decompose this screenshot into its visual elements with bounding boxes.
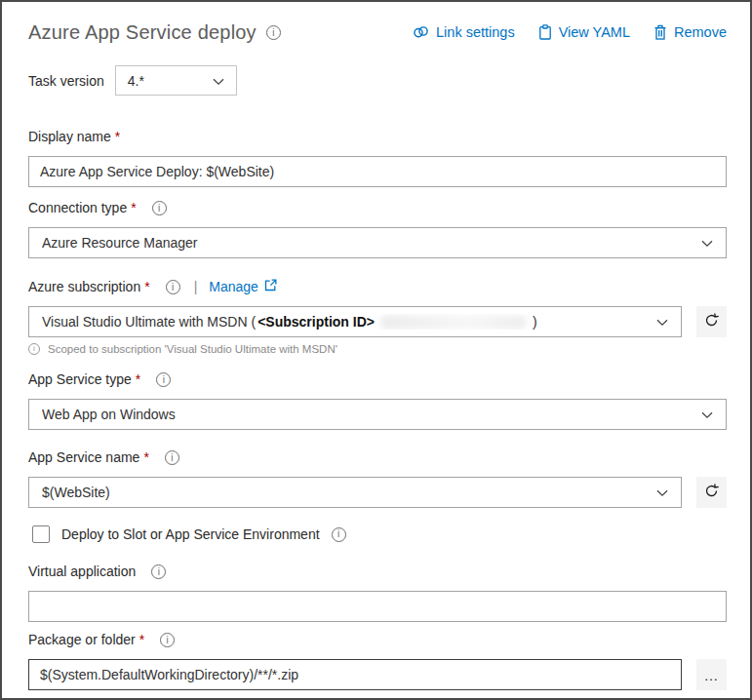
clipboard-icon bbox=[538, 24, 552, 40]
app-service-name-label-row: App Service name * bbox=[28, 448, 727, 467]
required-asterisk: * bbox=[144, 278, 149, 296]
display-name-label-row: Display name * bbox=[28, 128, 727, 146]
virtual-application-label-row: Virtual application bbox=[28, 563, 727, 581]
manage-link[interactable]: Manage bbox=[209, 278, 277, 296]
hint-text: Scoped to subscription 'Visual Studio Ul… bbox=[48, 343, 337, 355]
external-link-icon bbox=[264, 278, 277, 296]
azure-subscription-dropdown[interactable]: Visual Studio Ultimate with MSDN ( <Subs… bbox=[28, 306, 682, 337]
trash-icon bbox=[653, 24, 667, 40]
azure-subscription-info-icon[interactable] bbox=[166, 280, 180, 294]
app-service-name-value: $(WebSite) bbox=[42, 485, 110, 500]
package-or-folder-label: Package or folder bbox=[28, 631, 136, 649]
required-asterisk: * bbox=[131, 199, 136, 217]
header: Azure App Service deploy Link settings bbox=[28, 21, 727, 44]
package-or-folder-info-icon[interactable] bbox=[160, 633, 175, 647]
app-service-name-row: $(WebSite) bbox=[28, 477, 727, 508]
display-name-label: Display name bbox=[28, 128, 111, 146]
redacted-blur bbox=[380, 315, 527, 330]
header-actions: Link settings View YAML bbox=[413, 21, 727, 40]
link-icon bbox=[413, 25, 429, 39]
deploy-to-slot-checkbox[interactable] bbox=[32, 525, 50, 543]
remove-label: Remove bbox=[674, 24, 727, 40]
browse-button[interactable]: … bbox=[696, 659, 727, 690]
azure-subscription-value: Visual Studio Ultimate with MSDN ( <Subs… bbox=[42, 314, 537, 330]
subscription-suffix: ) bbox=[533, 314, 537, 330]
package-or-folder-label-row: Package or folder * bbox=[28, 631, 727, 649]
chevron-down-icon bbox=[656, 485, 668, 500]
chevron-down-icon bbox=[656, 314, 668, 330]
app-service-name-dropdown[interactable]: $(WebSite) bbox=[28, 477, 682, 508]
refresh-app-services-button[interactable] bbox=[696, 477, 727, 508]
task-version-value: 4.* bbox=[128, 73, 144, 89]
required-asterisk: * bbox=[115, 128, 120, 146]
ellipsis-icon: … bbox=[704, 667, 720, 683]
subscription-id-placeholder: <Subscription ID> bbox=[257, 314, 375, 330]
deploy-to-slot-info-icon[interactable] bbox=[332, 527, 346, 542]
separator: | bbox=[194, 278, 198, 296]
deploy-to-slot-label: Deploy to Slot or App Service Environmen… bbox=[61, 526, 320, 542]
task-config-panel: Azure App Service deploy Link settings bbox=[0, 0, 752, 700]
app-service-type-value: Web App on Windows bbox=[42, 407, 176, 422]
refresh-icon bbox=[703, 483, 720, 502]
connection-type-info-icon[interactable] bbox=[152, 201, 167, 215]
page-title: Azure App Service deploy bbox=[28, 21, 257, 44]
task-info-icon[interactable] bbox=[266, 25, 281, 40]
remove-button[interactable]: Remove bbox=[653, 24, 727, 40]
link-settings-button[interactable]: Link settings bbox=[413, 24, 515, 40]
subscription-name: Visual Studio Ultimate with MSDN ( bbox=[42, 314, 256, 330]
task-version-row: Task version 4.* bbox=[28, 65, 727, 96]
virtual-application-input[interactable] bbox=[28, 591, 727, 622]
chevron-down-icon bbox=[701, 235, 713, 251]
app-service-type-info-icon[interactable] bbox=[156, 372, 171, 387]
task-version-dropdown[interactable]: 4.* bbox=[115, 65, 237, 96]
chevron-down-icon bbox=[213, 73, 224, 89]
required-asterisk: * bbox=[136, 370, 140, 389]
azure-subscription-row: Visual Studio Ultimate with MSDN ( <Subs… bbox=[28, 306, 727, 337]
connection-type-label: Connection type bbox=[28, 199, 127, 217]
required-asterisk: * bbox=[143, 448, 148, 467]
link-settings-label: Link settings bbox=[436, 24, 515, 40]
package-or-folder-row: … bbox=[28, 659, 727, 690]
virtual-application-label: Virtual application bbox=[28, 563, 136, 581]
app-service-type-label: App Service type bbox=[28, 370, 132, 389]
display-name-input[interactable] bbox=[28, 156, 727, 187]
app-service-type-dropdown[interactable]: Web App on Windows bbox=[28, 399, 727, 430]
connection-type-label-row: Connection type * bbox=[28, 199, 727, 217]
package-or-folder-input[interactable] bbox=[28, 659, 682, 690]
info-icon bbox=[28, 343, 40, 355]
subscription-scope-hint: Scoped to subscription 'Visual Studio Ul… bbox=[28, 343, 727, 355]
azure-subscription-label: Azure subscription bbox=[28, 278, 140, 296]
manage-label: Manage bbox=[209, 278, 258, 296]
connection-type-value: Azure Resource Manager bbox=[42, 235, 198, 251]
refresh-subscriptions-button[interactable] bbox=[696, 306, 727, 337]
virtual-application-info-icon[interactable] bbox=[151, 564, 166, 579]
app-service-name-label: App Service name bbox=[28, 448, 139, 467]
chevron-down-icon bbox=[701, 407, 713, 422]
deploy-to-slot-row: Deploy to Slot or App Service Environmen… bbox=[32, 525, 727, 543]
task-version-label: Task version bbox=[28, 73, 104, 89]
azure-subscription-label-row: Azure subscription * | Manage bbox=[28, 278, 727, 296]
refresh-icon bbox=[703, 312, 720, 331]
connection-type-dropdown[interactable]: Azure Resource Manager bbox=[28, 227, 727, 258]
app-service-name-info-icon[interactable] bbox=[165, 450, 179, 465]
view-yaml-label: View YAML bbox=[559, 24, 630, 40]
app-service-type-label-row: App Service type * bbox=[28, 370, 727, 389]
view-yaml-button[interactable]: View YAML bbox=[538, 24, 630, 40]
required-asterisk: * bbox=[139, 631, 144, 649]
